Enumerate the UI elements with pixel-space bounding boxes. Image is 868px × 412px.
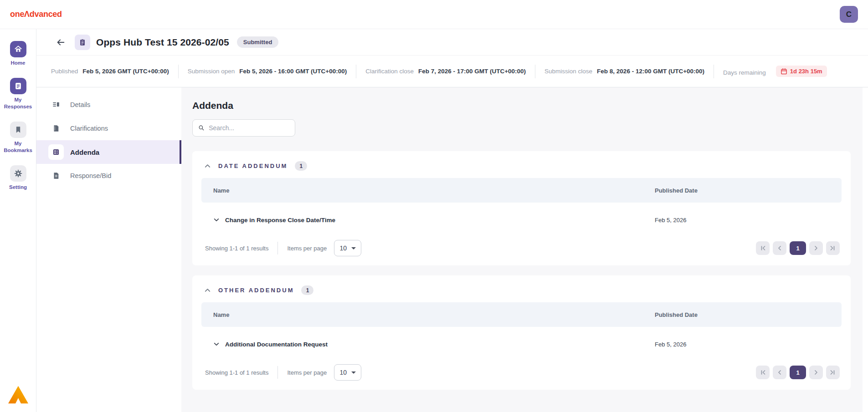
- page-title: Opps Hub Test 15 2026-02/05: [96, 37, 229, 48]
- opportunity-subnav: Details Clarifications Addenda: [36, 87, 181, 412]
- oneadvanced-logo[interactable]: oneΛdvanced: [10, 10, 62, 19]
- meta-days-remaining: Days remaining 1d 23h 15m: [723, 66, 827, 77]
- pagination-controls: 1: [756, 366, 840, 379]
- last-page-button[interactable]: [826, 366, 840, 379]
- page-1-button[interactable]: 1: [790, 241, 806, 255]
- table-row[interactable]: Additional Documentation Request Feb 5, …: [201, 327, 842, 361]
- meta-value: Feb 8, 2026 - 12:00 GMT (UTC+00:00): [597, 68, 704, 75]
- logo-text-rest: dvanced: [30, 10, 62, 19]
- sidebar-item-label: My Bookmarks: [0, 140, 36, 153]
- tab-label: Clarifications: [70, 125, 108, 132]
- chevron-down-icon: [351, 247, 356, 249]
- divider: [277, 242, 278, 254]
- days-remaining-value: 1d 23h 15m: [790, 68, 822, 75]
- other-addendum-section: OTHER ADDENDUM 1 Name Published Date: [192, 275, 851, 390]
- previous-page-button[interactable]: [773, 366, 786, 379]
- search-box: [192, 119, 295, 137]
- home-icon: [10, 41, 26, 57]
- meta-value: Feb 5, 2026 - 16:00 GMT (UTC+00:00): [239, 68, 347, 75]
- logo-text: one: [10, 10, 24, 19]
- divider: [714, 65, 714, 78]
- results-summary: Showing 1-1 of 1 results: [205, 369, 268, 376]
- calendar-icon: [781, 68, 787, 75]
- responses-icon: [10, 78, 26, 94]
- user-avatar[interactable]: C: [840, 6, 858, 23]
- bookmark-icon: [10, 122, 26, 138]
- tab-label: Addenda: [70, 148, 99, 156]
- meta-label: Clarification close: [365, 68, 414, 75]
- page-size-value: 10: [339, 244, 347, 252]
- sidebar-item-home[interactable]: Home: [0, 41, 36, 66]
- sidebar-item-setting[interactable]: Setting: [0, 165, 36, 190]
- items-per-page-select[interactable]: 10: [334, 240, 361, 256]
- last-page-button[interactable]: [826, 241, 840, 255]
- section-header: OTHER ADDENDUM 1: [201, 282, 842, 302]
- tab-details[interactable]: Details: [36, 93, 181, 117]
- table-header: Name Published Date: [201, 302, 842, 327]
- shell: Home My Responses My Bookmarks: [0, 29, 868, 412]
- app-root: oneΛdvanced C Home My Responses: [0, 0, 868, 412]
- addendum-name: Change in Response Close Date/Time: [225, 217, 335, 224]
- section-title: OTHER ADDENDUM: [218, 287, 294, 294]
- sidebar-item-label: My Responses: [0, 97, 36, 110]
- addendum-name: Additional Documentation Request: [225, 341, 328, 348]
- meta-label: Published: [51, 68, 78, 75]
- previous-page-button[interactable]: [773, 241, 786, 255]
- pagination-bar: Showing 1-1 of 1 results Items per page …: [201, 237, 842, 258]
- chevron-down-icon[interactable]: [213, 217, 220, 223]
- tab-clarifications[interactable]: Clarifications: [36, 117, 181, 140]
- chevron-down-icon[interactable]: [213, 341, 220, 347]
- addendum-published-date: Feb 5, 2026: [655, 341, 842, 348]
- items-per-page-select[interactable]: 10: [334, 364, 361, 381]
- left-rail: Home My Responses My Bookmarks: [0, 29, 36, 412]
- tab-label: Response/Bid: [70, 172, 111, 179]
- items-per-page-label: Items per page: [287, 369, 327, 376]
- tab-addenda[interactable]: Addenda: [36, 140, 181, 164]
- next-page-button[interactable]: [809, 241, 823, 255]
- advanced-triangle-logo: [8, 386, 28, 406]
- section-page-title: Addenda: [192, 100, 851, 111]
- meta-submission-close: Submission close Feb 8, 2026 - 12:00 GMT…: [544, 68, 704, 75]
- meta-value: Feb 5, 2026 GMT (UTC+00:00): [82, 68, 169, 75]
- section-title: DATE ADDENDUM: [218, 163, 288, 169]
- divider: [535, 65, 535, 78]
- chevron-up-icon[interactable]: [204, 163, 211, 169]
- meta-label: Submission open: [188, 68, 235, 75]
- tab-response-bid[interactable]: Response/Bid: [36, 164, 181, 188]
- response-bid-icon: [48, 168, 64, 183]
- next-page-button[interactable]: [809, 366, 823, 379]
- meta-label: Submission close: [544, 68, 592, 75]
- table-row[interactable]: Change in Response Close Date/Time Feb 5…: [201, 203, 842, 237]
- first-page-button[interactable]: [756, 241, 770, 255]
- meta-value: Feb 7, 2026 - 17:00 GMT (UTC+00:00): [418, 68, 526, 75]
- date-addendum-section: DATE ADDENDUM 1 Name Published Date: [192, 151, 851, 265]
- addendum-published-date: Feb 5, 2026: [655, 217, 842, 224]
- meta-label: Days remaining: [723, 69, 766, 76]
- scrollbar-gutter: [863, 87, 868, 412]
- sidebar-item-my-bookmarks[interactable]: My Bookmarks: [0, 122, 36, 153]
- page-size-value: 10: [339, 369, 347, 376]
- sidebar-item-my-responses[interactable]: My Responses: [0, 78, 36, 110]
- back-button[interactable]: [55, 36, 67, 48]
- opportunity-document-icon: [75, 35, 90, 50]
- column-header-published-date: Published Date: [655, 187, 842, 194]
- divider: [356, 65, 356, 78]
- items-per-page-label: Items per page: [287, 245, 327, 252]
- clarifications-icon: [48, 121, 64, 136]
- column-header-name: Name: [213, 187, 655, 194]
- meta-clarification-close: Clarification close Feb 7, 2026 - 17:00 …: [365, 68, 526, 75]
- chevron-down-icon: [351, 371, 356, 374]
- first-page-button[interactable]: [756, 366, 770, 379]
- addenda-main: Addenda DATE ADDENDUM 1: [181, 87, 863, 412]
- count-badge: 1: [295, 161, 307, 171]
- page-1-button[interactable]: 1: [790, 366, 806, 379]
- days-remaining-badge: 1d 23h 15m: [776, 66, 827, 77]
- meta-published: Published Feb 5, 2026 GMT (UTC+00:00): [51, 68, 169, 75]
- sidebar-item-label: Home: [0, 60, 36, 66]
- search-icon: [198, 124, 205, 132]
- search-input[interactable]: [209, 124, 289, 132]
- addenda-icon: [48, 144, 64, 160]
- chevron-up-icon[interactable]: [204, 287, 211, 294]
- count-badge: 1: [301, 285, 313, 295]
- status-badge: Submitted: [237, 36, 279, 48]
